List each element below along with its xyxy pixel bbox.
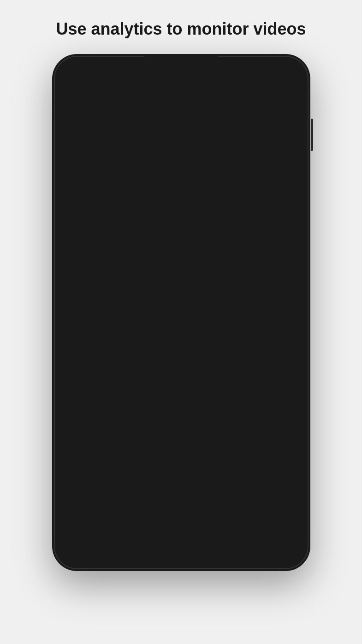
tab-discovery[interactable]: DISCOVERY (152, 105, 204, 124)
video-bar-container: 52 (262, 344, 296, 353)
phone-screen: 9:41 (58, 60, 305, 566)
video-list-item: What is happening to YouTube... 80 (67, 304, 296, 322)
realtime-bar-chart (215, 232, 296, 259)
video-bar (261, 326, 282, 335)
video-title: What is happening to YouTube... (67, 309, 243, 316)
video-title: How to take the train from ZRH airp.. (67, 363, 256, 370)
watchtime-subtitle: 48 hours · Estimated views (67, 409, 296, 416)
svg-point-9 (255, 193, 301, 199)
status-icons (261, 67, 294, 75)
chart-bar (284, 233, 289, 259)
chart-bar (229, 253, 233, 259)
last-published-title: Realtime views: Last published videos (67, 282, 296, 291)
video-count: 52 (285, 345, 296, 352)
svg-rect-6 (275, 168, 277, 170)
app-header: Analytics 12 (58, 80, 305, 105)
video-title: Gotthad base tunnel first public train..… (67, 345, 256, 352)
video-list-item: Expert insights from Top Creators... 55 (67, 322, 296, 340)
last-published-card: Realtime views: Last published videos 48… (58, 272, 305, 385)
chart-bar (263, 246, 268, 259)
tab-audience[interactable]: AUDIE (203, 105, 238, 124)
tab-revenue[interactable]: REVENUE (106, 105, 151, 124)
avatar[interactable] (280, 84, 296, 99)
menu-button[interactable] (67, 88, 76, 95)
svg-rect-3 (265, 175, 272, 196)
svg-point-12 (232, 164, 250, 175)
video-bar (249, 308, 282, 317)
banner-title: Great job! Views are up 100%, primarily … (67, 134, 200, 167)
tab-overview[interactable]: OVERVIEW (58, 105, 107, 124)
realtime-views-card: Realtime views 48 hours · Estimated view… (58, 216, 305, 269)
svg-rect-7 (273, 172, 274, 174)
video-bar-container: 55 (261, 326, 296, 335)
tab-bar: OVERVIEW REVENUE DISCOVERY AUDIE (58, 105, 305, 125)
status-time: 9:41 (69, 67, 83, 75)
svg-marker-16 (249, 143, 254, 148)
last-published-subtitle: 48 hours · Estimated views (67, 293, 296, 300)
rocket-illustration (196, 129, 305, 199)
watchtime-card: Watchtime (minutes) 48 hours · Estimated… (58, 388, 305, 447)
video-count: 52 (285, 363, 296, 370)
banner-text: Great job! Views are up 100%, primarily … (67, 134, 200, 182)
video-bar (262, 362, 282, 371)
realtime-title: Realtime views (67, 225, 138, 235)
phone-mockup: 9:41 (52, 54, 310, 571)
battery-icon (282, 68, 294, 74)
tell-me-more-link[interactable]: TELL ME MORE (67, 175, 115, 182)
video-bar-container: 52 (262, 362, 296, 371)
svg-rect-8 (275, 172, 277, 174)
svg-rect-1 (274, 162, 280, 196)
video-bar-container: 80 (249, 308, 296, 317)
video-bar (262, 344, 282, 353)
phone-notch (144, 54, 218, 68)
page-title: Analytics (82, 85, 127, 97)
chart-bar (222, 248, 226, 259)
video-list-item: How to take the train from ZRH airp.. 52 (67, 358, 296, 375)
chart-bar (277, 247, 282, 259)
notification-badge[interactable]: 12 (260, 84, 275, 99)
realtime-info: Realtime views 48 hours · Estimated view… (67, 225, 138, 259)
wifi-icon (272, 67, 279, 75)
chart-bar (270, 236, 275, 259)
chart-bar (249, 242, 254, 259)
banner-card: Great job! Views are up 100%, primarily … (58, 125, 305, 212)
svg-rect-5 (273, 168, 274, 170)
svg-rect-2 (280, 171, 287, 196)
realtime-value: 39 (67, 247, 138, 259)
video-count: 55 (285, 327, 296, 334)
chart-bar (243, 238, 247, 259)
header-left: Analytics (67, 85, 127, 97)
realtime-subtitle: 48 hours · Estimated views (67, 237, 138, 244)
hero-heading: Use analytics to monitor videos (19, 0, 343, 54)
watchtime-title: Watchtime (minutes) (67, 397, 296, 407)
chart-bar (215, 252, 220, 259)
video-title: Expert insights from Top Creators... (67, 327, 255, 334)
video-list-item: Gotthad base tunnel first public train..… (67, 340, 296, 358)
signal-icon (261, 68, 269, 74)
watchtime-chart (67, 420, 205, 443)
avatar-image (280, 84, 296, 99)
chart-bar (236, 245, 240, 259)
header-right: 12 (260, 84, 296, 99)
video-count: 80 (285, 309, 296, 316)
chart-bar (256, 234, 261, 259)
chart-bar (291, 241, 296, 259)
realtime-chart-row: Realtime views 48 hours · Estimated view… (67, 225, 296, 259)
svg-rect-4 (287, 173, 293, 196)
screen-content[interactable]: Great job! Views are up 100%, primarily … (58, 125, 305, 561)
